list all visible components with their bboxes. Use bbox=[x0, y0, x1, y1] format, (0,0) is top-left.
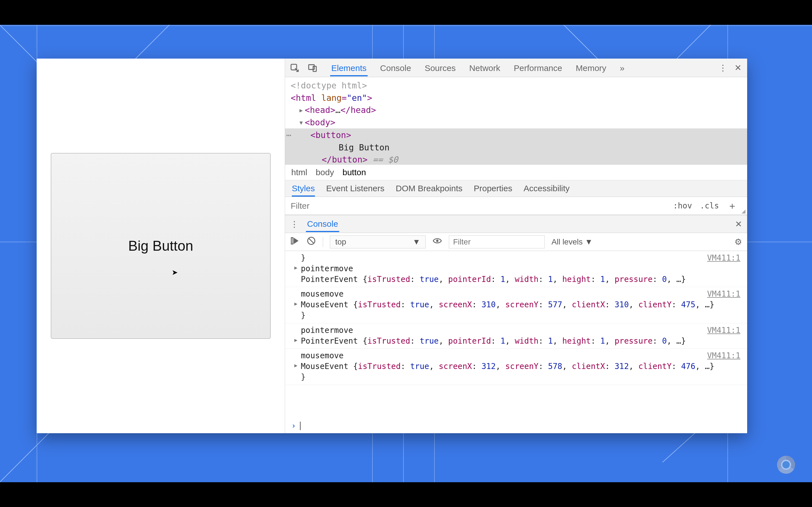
twisty-icon[interactable]: ▸ bbox=[294, 360, 298, 371]
tabs-overflow-icon[interactable]: » bbox=[619, 59, 626, 76]
new-style-rule-icon[interactable]: ＋ bbox=[723, 200, 742, 212]
subtab-properties[interactable]: Properties bbox=[474, 184, 512, 196]
tab-performance[interactable]: Performance bbox=[513, 59, 563, 76]
subtab-styles[interactable]: Styles bbox=[292, 184, 315, 196]
big-button-label: Big Button bbox=[128, 238, 193, 254]
close-devtools-icon[interactable]: ✕ bbox=[734, 63, 742, 73]
log-source-link[interactable]: VM411:1 bbox=[707, 350, 741, 361]
prompt-chevron-icon: › bbox=[291, 421, 296, 431]
styles-filter-row: :hov .cls ＋ bbox=[285, 197, 747, 215]
twisty-icon[interactable]: ▸ bbox=[299, 104, 305, 116]
dom-selected-node[interactable]: ⋯ <button> Big Button </button> == $0 bbox=[285, 128, 747, 165]
devtools-window: Big Button ➤ Elements Console Sources Ne… bbox=[37, 59, 747, 433]
clear-console-icon[interactable] bbox=[306, 236, 316, 247]
subtab-accessibility[interactable]: Accessibility bbox=[523, 184, 569, 196]
live-expression-eye-icon[interactable] bbox=[433, 236, 442, 247]
drawer-kebab-icon[interactable]: ⋮ bbox=[290, 219, 299, 229]
console-log-entry[interactable]: pointermoveVM411:1▸PointerEvent {isTrust… bbox=[285, 323, 747, 349]
crumb-button[interactable]: button bbox=[343, 168, 366, 177]
context-dropdown[interactable]: top ▼ bbox=[330, 235, 426, 248]
close-drawer-icon[interactable]: ✕ bbox=[735, 219, 742, 229]
svg-point-5 bbox=[436, 240, 439, 242]
big-button[interactable]: Big Button ➤ bbox=[51, 153, 271, 339]
log-source-link[interactable]: VM411:1 bbox=[707, 289, 741, 299]
drawer-title[interactable]: Console bbox=[306, 216, 339, 232]
dom-breadcrumbs: html body button bbox=[285, 165, 747, 180]
step-icon[interactable] bbox=[290, 236, 300, 247]
log-source-link[interactable]: VM411:1 bbox=[707, 252, 741, 263]
log-levels-dropdown[interactable]: All levels ▼ bbox=[552, 237, 593, 246]
styles-filter-input[interactable] bbox=[285, 198, 669, 214]
chrome-logo-icon bbox=[777, 456, 795, 474]
twisty-icon[interactable]: ▸ bbox=[294, 298, 298, 309]
page-viewport: Big Button ➤ bbox=[37, 59, 285, 433]
console-toolbar: top ▼ All levels ▼ ⚙ bbox=[285, 233, 747, 251]
devtools-panel: Elements Console Sources Network Perform… bbox=[285, 59, 747, 433]
resize-corner-icon[interactable] bbox=[742, 210, 746, 214]
twisty-icon[interactable]: ▸ bbox=[294, 335, 298, 345]
styles-subtabs: Styles Event Listeners DOM Breakpoints P… bbox=[285, 180, 747, 197]
svg-rect-3 bbox=[291, 238, 293, 244]
tab-network[interactable]: Network bbox=[468, 59, 501, 76]
subtab-event-listeners[interactable]: Event Listeners bbox=[326, 184, 385, 196]
hov-toggle[interactable]: :hov bbox=[669, 201, 696, 210]
device-toggle-icon[interactable] bbox=[306, 62, 319, 74]
mouse-cursor-icon: ➤ bbox=[172, 268, 178, 277]
inspect-icon[interactable] bbox=[289, 62, 301, 74]
tab-sources[interactable]: Sources bbox=[423, 59, 457, 76]
console-prompt[interactable]: › bbox=[285, 418, 747, 433]
cls-toggle[interactable]: .cls bbox=[696, 201, 723, 210]
tab-elements[interactable]: Elements bbox=[330, 59, 368, 76]
crumb-html[interactable]: html bbox=[291, 168, 307, 177]
devtools-tabstrip: Elements Console Sources Network Perform… bbox=[285, 59, 747, 77]
console-settings-icon[interactable]: ⚙ bbox=[734, 237, 742, 247]
chevron-down-icon: ▼ bbox=[585, 237, 593, 246]
subtab-dom-breakpoints[interactable]: DOM Breakpoints bbox=[396, 184, 462, 196]
console-log-entry[interactable]: mousemoveVM411:1▸MouseEvent {isTrusted: … bbox=[285, 349, 747, 385]
console-drawer-header: ⋮ Console ✕ bbox=[285, 215, 747, 233]
tab-console[interactable]: Console bbox=[379, 59, 412, 76]
console-log-entry[interactable]: }pointermoveVM411:1▸PointerEvent {isTrus… bbox=[285, 251, 747, 287]
log-source-link[interactable]: VM411:1 bbox=[707, 325, 741, 336]
twisty-icon[interactable]: ▾ bbox=[299, 116, 305, 129]
dom-doctype: <!doctype html> bbox=[291, 80, 367, 91]
dom-tree[interactable]: <!doctype html> <html lang="en"> ▸<head>… bbox=[285, 77, 747, 165]
console-log-entry[interactable]: mousemoveVM411:1▸MouseEvent {isTrusted: … bbox=[285, 287, 747, 323]
console-log-area[interactable]: }pointermoveVM411:1▸PointerEvent {isTrus… bbox=[285, 251, 747, 418]
tab-memory[interactable]: Memory bbox=[574, 59, 607, 76]
crumb-body[interactable]: body bbox=[316, 168, 334, 177]
caret-icon bbox=[300, 421, 301, 430]
kebab-menu-icon[interactable]: ⋮ bbox=[719, 63, 727, 73]
devtools-tabs: Elements Console Sources Network Perform… bbox=[330, 59, 713, 76]
twisty-icon[interactable]: ▸ bbox=[294, 262, 298, 273]
presentation-stage: Big Button ➤ Elements Console Sources Ne… bbox=[0, 25, 812, 482]
console-filter-input[interactable] bbox=[449, 235, 545, 248]
chevron-down-icon: ▼ bbox=[412, 237, 420, 246]
